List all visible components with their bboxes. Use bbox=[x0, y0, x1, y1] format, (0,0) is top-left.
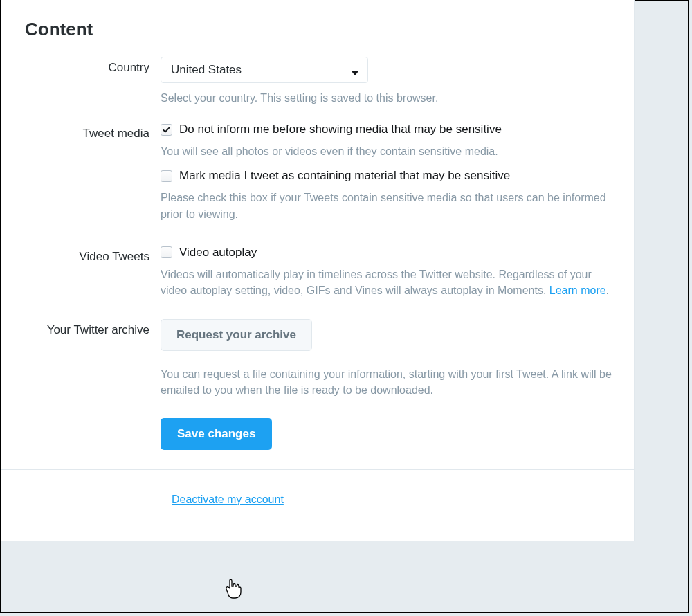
pointer-hand-cursor-icon bbox=[224, 579, 242, 602]
learn-more-link[interactable]: Learn more bbox=[549, 284, 606, 296]
checkbox-sensitive-media-show[interactable] bbox=[161, 124, 172, 136]
checkbox-video-autoplay[interactable] bbox=[161, 246, 172, 258]
label-twitter-archive: Your Twitter archive bbox=[1, 319, 161, 337]
label-video-tweets: Video Tweets bbox=[1, 246, 161, 264]
help-twitter-archive: You can request a file containing your i… bbox=[161, 366, 613, 398]
checkbox-mark-my-media-sensitive[interactable] bbox=[161, 170, 172, 182]
label-country: Country bbox=[1, 57, 161, 75]
settings-content-panel: Content Country United States Select you… bbox=[1, 0, 635, 541]
help-video-autoplay: Videos will automatically play in timeli… bbox=[161, 266, 613, 298]
country-select[interactable]: United States bbox=[161, 57, 368, 83]
help-mark-my-media-sensitive: Please check this box if your Tweets con… bbox=[161, 190, 613, 221]
checkbox-label-mark-my-media-sensitive: Mark media I tweet as containing materia… bbox=[179, 169, 510, 183]
country-select-value: United States bbox=[171, 63, 242, 76]
deactivate-account-link[interactable]: Deactivate my account bbox=[172, 493, 284, 505]
save-changes-button[interactable]: Save changes bbox=[161, 418, 272, 450]
help-sensitive-media-show: You will see all photos or videos even i… bbox=[161, 143, 613, 159]
checkbox-label-video-autoplay: Video autoplay bbox=[179, 246, 257, 260]
section-heading-content: Content bbox=[25, 19, 634, 40]
request-archive-button[interactable]: Request your archive bbox=[161, 319, 312, 351]
help-country: Select your country. This setting is sav… bbox=[161, 90, 613, 106]
label-tweet-media: Tweet media bbox=[1, 123, 161, 141]
checkbox-label-sensitive-media-show: Do not inform me before showing media th… bbox=[179, 123, 502, 136]
